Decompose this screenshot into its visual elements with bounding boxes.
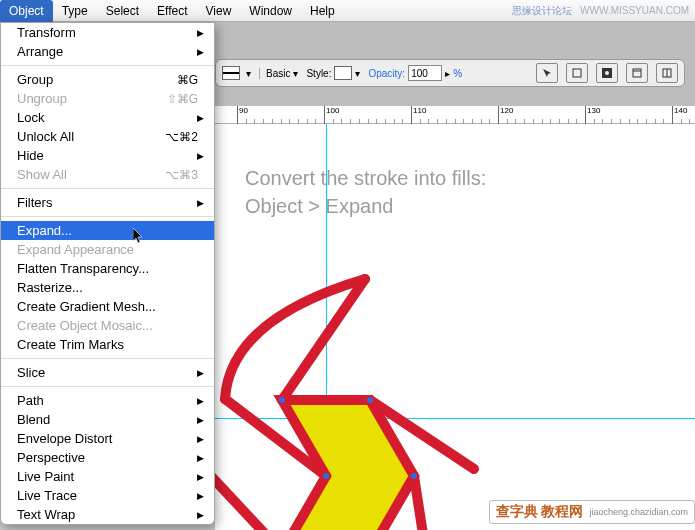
submenu-arrow-icon: ▶ xyxy=(197,368,204,378)
menu-item-create-gradient-mesh[interactable]: Create Gradient Mesh... xyxy=(1,297,214,316)
menu-item-label: Arrange xyxy=(17,44,63,59)
menu-item-label: Ungroup xyxy=(17,91,67,106)
menu-separator xyxy=(1,188,214,189)
style-label: Style: xyxy=(306,68,331,79)
canvas-annotation: Convert the stroke into fills: Object > … xyxy=(245,164,486,220)
menu-item-envelope-distort[interactable]: Envelope Distort▶ xyxy=(1,429,214,448)
control-bar: ▾ Basic ▾ Style: ▾ Opacity: ▸ % xyxy=(215,59,685,87)
submenu-arrow-icon: ▶ xyxy=(197,510,204,520)
ruler-tick: 110 xyxy=(411,106,426,124)
submenu-arrow-icon: ▶ xyxy=(197,28,204,38)
menu-item-expand-appearance: Expand Appearance xyxy=(1,240,214,259)
menu-item-label: Text Wrap xyxy=(17,507,75,522)
menu-item-expand[interactable]: Expand... xyxy=(1,221,214,240)
menu-item-rasterize[interactable]: Rasterize... xyxy=(1,278,214,297)
menu-item-live-paint[interactable]: Live Paint▶ xyxy=(1,467,214,486)
submenu-arrow-icon: ▶ xyxy=(197,113,204,123)
menu-view[interactable]: View xyxy=(197,0,241,22)
style-swatch[interactable] xyxy=(334,66,352,80)
menu-item-label: Rasterize... xyxy=(17,280,83,295)
ruler-tick: 140 xyxy=(672,106,687,124)
menu-item-label: Transform xyxy=(17,25,76,40)
menu-item-transform[interactable]: Transform▶ xyxy=(1,23,214,42)
menu-item-filters[interactable]: Filters▶ xyxy=(1,193,214,212)
menubar-right: 思缘设计论坛 WWW.MISSYUAN.COM xyxy=(512,4,695,18)
menu-item-label: Create Gradient Mesh... xyxy=(17,299,156,314)
submenu-arrow-icon: ▶ xyxy=(197,472,204,482)
percent-symbol: % xyxy=(453,68,462,79)
watermark-en: jiaocheng.chazidian.com xyxy=(589,507,688,517)
menu-item-lock[interactable]: Lock▶ xyxy=(1,108,214,127)
menu-type[interactable]: Type xyxy=(53,0,97,22)
opacity-label: Opacity: xyxy=(368,68,405,79)
menu-item-label: Filters xyxy=(17,195,52,210)
menu-window[interactable]: Window xyxy=(240,0,301,22)
tool-btn-3[interactable] xyxy=(596,63,618,83)
menu-item-slice[interactable]: Slice▶ xyxy=(1,363,214,382)
menu-item-create-trim-marks[interactable]: Create Trim Marks xyxy=(1,335,214,354)
menu-item-label: Hide xyxy=(17,148,44,163)
menu-help[interactable]: Help xyxy=(301,0,344,22)
menu-item-live-trace[interactable]: Live Trace▶ xyxy=(1,486,214,505)
annotation-line1: Convert the stroke into fills: xyxy=(245,164,486,192)
menu-item-path[interactable]: Path▶ xyxy=(1,391,214,410)
menu-item-label: Live Trace xyxy=(17,488,77,503)
menu-object[interactable]: Object xyxy=(0,0,53,22)
ruler-tick: 120 xyxy=(498,106,513,124)
svg-rect-0 xyxy=(573,69,581,77)
menu-item-label: Path xyxy=(17,393,44,408)
menu-select[interactable]: Select xyxy=(97,0,148,22)
menu-separator xyxy=(1,65,214,66)
menu-item-label: Perspective xyxy=(17,450,85,465)
menu-shortcut: ⌥⌘2 xyxy=(165,130,198,144)
menu-shortcut: ⇧⌘G xyxy=(167,92,198,106)
menu-item-perspective[interactable]: Perspective▶ xyxy=(1,448,214,467)
menu-item-label: Live Paint xyxy=(17,469,74,484)
object-menu-dropdown: Transform▶Arrange▶Group⌘GUngroup⇧⌘GLock▶… xyxy=(0,22,215,525)
opacity-input[interactable] xyxy=(408,65,442,81)
menu-separator xyxy=(1,216,214,217)
menu-item-label: Expand... xyxy=(17,223,72,238)
menu-item-label: Flatten Transparency... xyxy=(17,261,149,276)
ruler-tick: 130 xyxy=(585,106,600,124)
menu-separator xyxy=(1,358,214,359)
tool-btn-5[interactable] xyxy=(656,63,678,83)
ruler-tick: 100 xyxy=(324,106,339,124)
submenu-arrow-icon: ▶ xyxy=(197,151,204,161)
menu-item-hide[interactable]: Hide▶ xyxy=(1,146,214,165)
menu-item-label: Slice xyxy=(17,365,45,380)
svg-point-8 xyxy=(323,473,329,479)
menu-item-unlock-all[interactable]: Unlock All⌥⌘2 xyxy=(1,127,214,146)
stroke-preview[interactable]: ▾ xyxy=(222,66,251,80)
svg-rect-3 xyxy=(633,69,641,77)
tool-btn-1[interactable] xyxy=(536,63,558,83)
menu-item-arrange[interactable]: Arrange▶ xyxy=(1,42,214,61)
menu-item-flatten-transparency[interactable]: Flatten Transparency... xyxy=(1,259,214,278)
tool-btn-4[interactable] xyxy=(626,63,648,83)
brand-url: WWW.MISSYUAN.COM xyxy=(580,5,689,16)
tool-btn-2[interactable] xyxy=(566,63,588,83)
menu-item-text-wrap[interactable]: Text Wrap▶ xyxy=(1,505,214,524)
menu-item-label: Expand Appearance xyxy=(17,242,134,257)
submenu-arrow-icon: ▶ xyxy=(197,415,204,425)
menu-item-label: Envelope Distort xyxy=(17,431,112,446)
watermark-cn: 查字典 教程网 xyxy=(496,503,584,521)
menu-item-create-object-mosaic: Create Object Mosaic... xyxy=(1,316,214,335)
watermark: 查字典 教程网 jiaocheng.chazidian.com xyxy=(489,500,695,524)
aperture-shape xyxy=(190,259,490,530)
stroke-style-label: Basic xyxy=(266,68,290,79)
menu-item-blend[interactable]: Blend▶ xyxy=(1,410,214,429)
svg-point-12 xyxy=(367,397,373,403)
svg-point-11 xyxy=(411,473,417,479)
menu-item-label: Create Object Mosaic... xyxy=(17,318,153,333)
menu-item-group[interactable]: Group⌘G xyxy=(1,70,214,89)
menu-item-label: Blend xyxy=(17,412,50,427)
canvas[interactable]: Convert the stroke into fills: Object > … xyxy=(215,124,695,530)
submenu-arrow-icon: ▶ xyxy=(197,198,204,208)
annotation-line2: Object > Expand xyxy=(245,192,486,220)
menu-effect[interactable]: Effect xyxy=(148,0,196,22)
menu-item-label: Unlock All xyxy=(17,129,74,144)
menu-item-label: Show All xyxy=(17,167,67,182)
brand-label: 思缘设计论坛 xyxy=(512,4,572,18)
submenu-arrow-icon: ▶ xyxy=(197,47,204,57)
